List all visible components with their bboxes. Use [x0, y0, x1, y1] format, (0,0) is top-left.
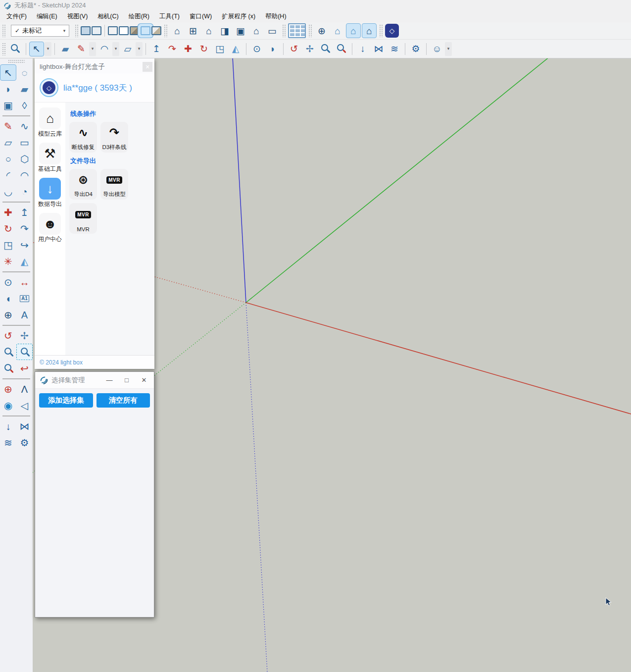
plugin-settings-icon[interactable]: ⚙: [16, 434, 33, 451]
orbit-tool-icon[interactable]: ↺: [287, 42, 301, 56]
card-mvr[interactable]: MVR MVR: [69, 203, 97, 234]
menu-edit[interactable]: 编辑(E): [32, 11, 62, 22]
offset-tool-icon[interactable]: ↪: [16, 237, 33, 253]
search-icon[interactable]: [8, 42, 23, 56]
select-dropdown[interactable]: ▾: [45, 42, 51, 56]
menu-view[interactable]: 视图(V): [62, 11, 93, 22]
arc-tool-icon[interactable]: ◜: [0, 167, 16, 183]
close-icon[interactable]: ✕: [143, 62, 152, 72]
top-view-icon[interactable]: ⊞: [186, 23, 200, 38]
eraser-tool-icon[interactable]: ▰: [58, 42, 73, 56]
tag-tool-icon[interactable]: ◊: [16, 97, 33, 113]
close-icon[interactable]: ✕: [137, 376, 151, 384]
plugin-cloud-download-icon[interactable]: ↓: [0, 418, 16, 434]
clear-all-button[interactable]: 清空所有: [97, 393, 150, 408]
hidden-line-style-icon[interactable]: [119, 26, 129, 35]
lasso-select-icon[interactable]: ◌: [16, 64, 33, 81]
axes-tool-icon[interactable]: ✳: [0, 253, 16, 269]
dimension-tool-icon[interactable]: ↔: [16, 274, 33, 290]
eraser-tool-icon[interactable]: ▰: [16, 81, 33, 97]
wireframe-style-icon[interactable]: [108, 26, 118, 35]
protractor-tool-icon[interactable]: ◖: [0, 290, 16, 307]
arc-dropdown[interactable]: ▾: [112, 42, 119, 56]
pushpull-tool-icon[interactable]: ↥: [16, 204, 33, 220]
field-of-view-icon[interactable]: ◁: [16, 397, 33, 414]
left-view-icon[interactable]: ⌂: [249, 23, 264, 38]
menu-tools[interactable]: 工具(T): [154, 11, 185, 22]
menu-window[interactable]: 窗口(W): [185, 11, 217, 22]
flip-tool-icon[interactable]: ◭: [16, 253, 33, 269]
zoom-tool-icon[interactable]: [318, 42, 333, 56]
previous-view-icon[interactable]: ↩: [16, 360, 33, 376]
pan-tool-icon[interactable]: ✢: [302, 42, 317, 56]
3d-text-tool-icon[interactable]: A: [16, 307, 33, 323]
card-export-d4[interactable]: ⊛ 导出D4: [69, 169, 97, 200]
back-view-icon[interactable]: ▣: [233, 23, 248, 38]
tape-measure-icon[interactable]: ⊙: [0, 274, 16, 290]
scale-tool-icon[interactable]: ◳: [0, 237, 16, 253]
paint-bucket-icon[interactable]: ◗: [0, 81, 16, 97]
plugin-cloud-download-icon[interactable]: ↓: [355, 42, 370, 56]
line-tool-icon[interactable]: ✎: [74, 42, 89, 56]
shaded-style-icon[interactable]: [130, 26, 140, 35]
display-section-cuts-icon[interactable]: ⌂: [346, 23, 361, 38]
pan-tool-icon[interactable]: ✢: [16, 327, 33, 344]
line-tool-icon[interactable]: ✎: [0, 118, 16, 134]
pie-tool-icon[interactable]: ◔: [16, 183, 33, 200]
orbit-tool-icon[interactable]: ↺: [0, 327, 16, 344]
nav-model-cloud[interactable]: ⌂ 模型云库: [36, 107, 64, 138]
look-around-icon[interactable]: ◉: [0, 397, 16, 414]
rotate-tool-icon[interactable]: ↻: [0, 220, 16, 237]
rectangle-tool-icon[interactable]: ▱: [0, 134, 16, 151]
palette-grip[interactable]: [8, 59, 25, 63]
account-icon[interactable]: ☺: [430, 42, 444, 56]
move-tool-icon[interactable]: ✚: [0, 204, 16, 220]
monochrome-style-icon[interactable]: [151, 26, 161, 35]
paint-bucket-icon[interactable]: ◗: [265, 42, 280, 56]
followme-tool-icon[interactable]: ↷: [165, 42, 180, 56]
add-selection-set-button[interactable]: 添加选择集: [39, 393, 93, 408]
move-tool-icon[interactable]: ✚: [181, 42, 195, 56]
tag-filter-combo[interactable]: ✓ 未标记 ▾: [11, 25, 69, 37]
select-tool-icon[interactable]: ↖: [29, 42, 44, 56]
followme-tool-icon[interactable]: ↷: [16, 220, 33, 237]
textured-style-icon[interactable]: [141, 26, 150, 35]
menu-draw[interactable]: 绘图(R): [124, 11, 154, 22]
card-d3-spline[interactable]: ↷ D3样条线: [100, 122, 128, 153]
three-point-arc-icon[interactable]: ◡: [0, 183, 16, 200]
circle-tool-icon[interactable]: ○: [0, 151, 16, 167]
xray-style-icon[interactable]: [81, 26, 91, 35]
back-edges-style-icon[interactable]: [92, 26, 101, 35]
account-dropdown[interactable]: ▾: [445, 42, 452, 56]
nav-user-center[interactable]: ☻ 用户中心: [36, 213, 64, 244]
line-dropdown[interactable]: ▾: [89, 42, 96, 56]
two-point-arc-icon[interactable]: ◠: [16, 167, 33, 183]
rotate-tool-icon[interactable]: ↻: [196, 42, 211, 56]
freehand-tool-icon[interactable]: ∿: [16, 118, 33, 134]
plugin-optimize-icon[interactable]: ⋈: [16, 418, 33, 434]
plugin-layers-export-icon[interactable]: ≋: [387, 42, 402, 56]
minimize-icon[interactable]: —: [102, 376, 116, 384]
chevron-down-icon[interactable]: ▾: [60, 28, 69, 33]
arc-tool-icon[interactable]: ◠: [97, 42, 112, 56]
menu-extensions[interactable]: 扩展程序 (x): [217, 11, 260, 22]
select-tool-icon[interactable]: ↖: [0, 64, 16, 81]
rectangle-tool-icon[interactable]: ▱: [120, 42, 135, 56]
plugin-optimize-icon[interactable]: ⋈: [371, 42, 386, 56]
components-icon[interactable]: ▣: [0, 97, 16, 113]
rotated-rectangle-icon[interactable]: ▭: [16, 134, 33, 151]
plugin-settings-icon[interactable]: ⚙: [408, 42, 423, 56]
card-break-line-fix[interactable]: ∿ 断线修复: [69, 122, 97, 153]
polygon-tool-icon[interactable]: ⬡: [16, 151, 33, 167]
plugin-layers-export-icon[interactable]: ≋: [0, 434, 16, 451]
maximize-icon[interactable]: □: [120, 376, 134, 384]
bottom-view-icon[interactable]: ▭: [265, 23, 280, 38]
rectangle-dropdown[interactable]: ▾: [136, 42, 143, 56]
menu-camera[interactable]: 相机(C): [93, 11, 123, 22]
avatar[interactable]: ◇: [40, 78, 58, 97]
text-tool-icon[interactable]: A1: [16, 290, 33, 307]
front-view-icon[interactable]: ⌂: [201, 23, 216, 38]
zoom-extents-icon[interactable]: [0, 360, 16, 376]
lightbox-extension-logo-icon[interactable]: ◇: [385, 24, 399, 38]
display-section-planes-icon[interactable]: ⌂: [330, 23, 345, 38]
